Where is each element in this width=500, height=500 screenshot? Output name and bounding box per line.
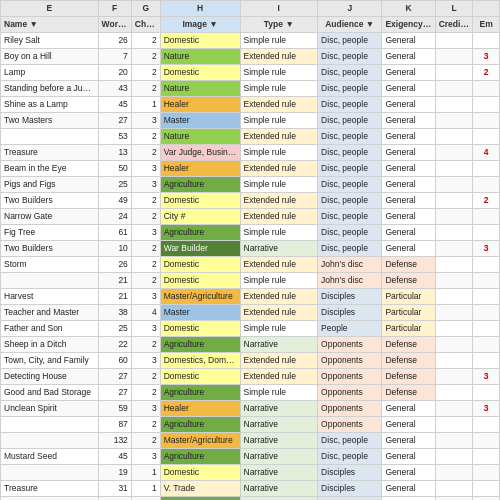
cell-char: 3	[131, 161, 160, 177]
cell-image: Domestic	[160, 465, 240, 481]
cell-em	[473, 353, 500, 369]
cell-char: 3	[131, 289, 160, 305]
cell-words: 27	[98, 113, 131, 129]
cell-em: 2	[473, 65, 500, 81]
cell-em	[473, 289, 500, 305]
cell-type: Narrative	[240, 433, 318, 449]
cell-exigency: General	[382, 113, 435, 129]
cell-em: 2	[473, 193, 500, 209]
cell-words: 45	[98, 449, 131, 465]
cell-words: 59	[98, 401, 131, 417]
col-header-g[interactable]: G	[131, 1, 160, 17]
cell-type: Narrative	[240, 401, 318, 417]
cell-name: Two Builders	[1, 241, 99, 257]
col-header-l[interactable]: L	[435, 1, 473, 17]
col-header-h[interactable]: H	[160, 1, 240, 17]
cell-char: 2	[131, 369, 160, 385]
cell-name: Lamp	[1, 65, 99, 81]
cell-char: 2	[131, 273, 160, 289]
cell-words: 50	[98, 161, 131, 177]
table-row: 132 2 Master/Agriculture Narrative Disc,…	[1, 433, 500, 449]
cell-audience: People	[318, 321, 382, 337]
cell-name: Treasure	[1, 145, 99, 161]
cell-exigency: Defense	[382, 257, 435, 273]
cell-image: Domestic	[160, 273, 240, 289]
cell-em	[473, 33, 500, 49]
cell-name: Father and Son	[1, 321, 99, 337]
cell-credib	[435, 161, 473, 177]
cell-audience: Opponents	[318, 353, 382, 369]
cell-name: Unclean Spirit	[1, 401, 99, 417]
cell-image: Agriculture	[160, 417, 240, 433]
cell-audience: John's disc	[318, 257, 382, 273]
cell-exigency: General	[382, 161, 435, 177]
cell-exigency: General	[382, 417, 435, 433]
col-header-j[interactable]: J	[318, 1, 382, 17]
cell-type: Narrative	[240, 337, 318, 353]
cell-image: Agriculture	[160, 177, 240, 193]
cell-name: Treasure	[1, 481, 99, 497]
table-row: Lamp 20 2 Domestic Simple rule Disc, peo…	[1, 65, 500, 81]
cell-name: Beam in the Eye	[1, 161, 99, 177]
cell-credib	[435, 337, 473, 353]
cell-credib	[435, 449, 473, 465]
cell-char: 2	[131, 129, 160, 145]
cell-credib	[435, 33, 473, 49]
cell-image: Agriculture	[160, 497, 240, 501]
cell-exigency: General	[382, 193, 435, 209]
cell-credib	[435, 369, 473, 385]
cell-image: Master/Agriculture	[160, 289, 240, 305]
cell-exigency: General	[382, 401, 435, 417]
cell-credib	[435, 129, 473, 145]
cell-exigency: General	[382, 177, 435, 193]
col-em-header: Em	[473, 17, 500, 33]
col-header-f[interactable]: F	[98, 1, 131, 17]
cell-type: Simple rule	[240, 113, 318, 129]
col-header-m[interactable]	[473, 1, 500, 17]
cell-type: Narrative	[240, 481, 318, 497]
cell-image: Healer	[160, 401, 240, 417]
table-row: Narrow Gate 24 2 City # Extended rule Di…	[1, 209, 500, 225]
cell-em	[473, 129, 500, 145]
cell-exigency: General	[382, 65, 435, 81]
cell-image: Master	[160, 305, 240, 321]
cell-credib	[435, 321, 473, 337]
cell-words: 26	[98, 257, 131, 273]
cell-name	[1, 465, 99, 481]
cell-words: 61	[98, 225, 131, 241]
cell-type: Simple rule	[240, 145, 318, 161]
cell-credib	[435, 49, 473, 65]
table-row: Town, City, and Family 60 3 Domestics, D…	[1, 353, 500, 369]
cell-credib	[435, 497, 473, 501]
cell-em	[473, 113, 500, 129]
col-image-header: Image ▼	[160, 17, 240, 33]
cell-char: 2	[131, 49, 160, 65]
cell-type: Simple rule	[240, 321, 318, 337]
cell-words: 38	[98, 305, 131, 321]
cell-name: Town, City, and Family	[1, 353, 99, 369]
cell-exigency: Particular	[382, 321, 435, 337]
cell-exigency: General	[382, 225, 435, 241]
cell-exigency: General	[382, 145, 435, 161]
col-exigency-header: Exigency ▼	[382, 17, 435, 33]
cell-image: City #	[160, 209, 240, 225]
cell-em	[473, 497, 500, 501]
cell-name: Detecting House	[1, 369, 99, 385]
col-words-header: Words ▼	[98, 17, 131, 33]
cell-type: Simple rule	[240, 65, 318, 81]
cell-name: Storm	[1, 257, 99, 273]
cell-em: 4	[473, 145, 500, 161]
table-row: Two Builders 10 2 War Builder Narrative …	[1, 241, 500, 257]
cell-type: Narrative	[240, 449, 318, 465]
table-row: Unclean Spirit 59 3 Healer Narrative Opp…	[1, 401, 500, 417]
col-header-k[interactable]: K	[382, 1, 435, 17]
cell-type: Extended rule	[240, 193, 318, 209]
cell-char: 2	[131, 65, 160, 81]
col-header-e[interactable]: E	[1, 1, 99, 17]
col-header-i[interactable]: I	[240, 1, 318, 17]
table-row: 53 2 Nature Extended rule Disc, people G…	[1, 129, 500, 145]
cell-exigency: General	[382, 241, 435, 257]
cell-audience: Disciples	[318, 497, 382, 501]
table-row: Harvest 21 3 Master/Agriculture Extended…	[1, 289, 500, 305]
cell-words: 22	[98, 337, 131, 353]
